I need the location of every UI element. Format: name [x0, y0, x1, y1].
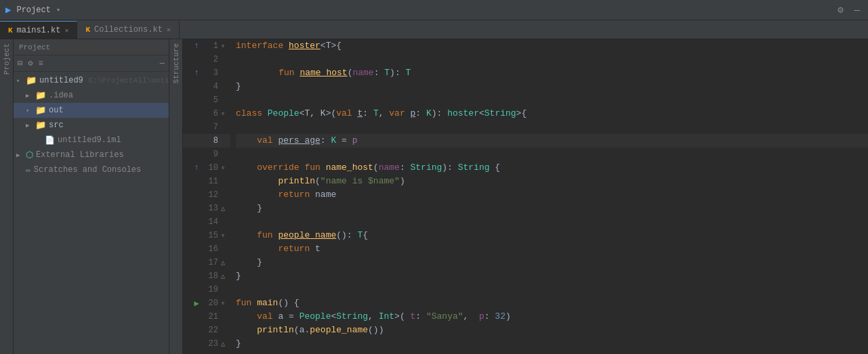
tree-item-src[interactable]: ▶ 📁 src — [14, 118, 169, 133]
code-line-8: val pers_age: K = p — [236, 134, 868, 148]
code-line-10: override fun name_host(name: String): St… — [236, 161, 868, 175]
tab-collections[interactable]: K Collections.kt ✕ — [77, 21, 179, 39]
code-line-16: return t — [236, 242, 868, 256]
src-folder-icon: 📁 — [35, 120, 46, 131]
gutter-line-14: 14 — [183, 215, 230, 229]
tab-label2: Collections.kt — [94, 25, 163, 35]
line-num-10: 10 — [202, 161, 218, 175]
tab-label: mains1.kt — [17, 26, 61, 35]
code-line-4: } — [236, 80, 868, 93]
structure-vertical-label: Structure — [171, 39, 182, 87]
line-num-23: 23 — [202, 337, 218, 351]
expand-arrow2-icon: ▾ — [26, 107, 33, 114]
code-line-12: return name — [236, 188, 868, 202]
config-icon[interactable]: ⚙ — [838, 4, 843, 16]
line-num-11: 11 — [202, 175, 218, 188]
impl-icon-1[interactable]: ↑ — [191, 41, 202, 51]
line-num-7: 7 — [202, 120, 218, 134]
gutter-line-15: 15 ▿ — [183, 229, 230, 242]
fold-15[interactable]: ▿ — [218, 231, 228, 240]
line-num-13: 13 — [202, 202, 218, 215]
extlibs-arrow-icon: ▶ — [16, 152, 23, 159]
code-line-9 — [236, 148, 868, 161]
settings-icon[interactable]: — — [854, 5, 860, 16]
gutter-line-1: ↑ 1 ▿ — [183, 39, 230, 53]
code-line-1: interface hoster<T>{ — [236, 39, 868, 53]
impl-icon-10[interactable]: ↑ — [191, 163, 202, 173]
fold-10[interactable]: ▿ — [218, 164, 228, 172]
project-title: Project — [16, 5, 50, 15]
gutter-line-22: 22 — [183, 324, 230, 337]
fold-1[interactable]: ▿ — [218, 42, 228, 50]
tree-item-untitled9[interactable]: ▾ 📁 untitled9 E:\ProjectAll\untitled9 — [14, 73, 169, 88]
gutter-line-18: 18 △ — [183, 269, 230, 283]
tab-close-icon2[interactable]: ✕ — [167, 26, 171, 34]
line-num-14: 14 — [202, 215, 218, 229]
gutter: ↑ 1 ▿ 2 ↑ 3 4 5 — [183, 39, 230, 354]
tree-item-out[interactable]: ▾ 📁 out — [14, 103, 169, 118]
gutter-line-2: 2 — [183, 53, 230, 66]
extlibs-icon: ⬡ — [26, 150, 33, 160]
code-line-13: } — [236, 202, 868, 215]
gutter-line-23: 23 △ — [183, 337, 230, 351]
fold-20[interactable]: ▿ — [218, 299, 228, 307]
tree-item-scratches[interactable]: ✏ Scratches and Consoles — [14, 162, 169, 177]
gutter-line-17: 17 △ — [183, 256, 230, 269]
code-line-20: fun main() { — [236, 296, 868, 310]
editor-area[interactable]: ↑ 1 ▿ 2 ↑ 3 4 5 — [183, 39, 868, 354]
tree-toolbar: ⊟ ⚙ ≡ — — [14, 56, 169, 72]
tree-item-extlibs[interactable]: ▶ ⬡ External Libraries — [14, 148, 169, 162]
code-content[interactable]: interface hoster<T>{ fun name_host(name:… — [230, 39, 868, 354]
project-dropdown-icon[interactable]: ▾ — [56, 5, 61, 14]
project-side-tab[interactable]: Project — [0, 39, 14, 354]
gutter-line-21: 21 — [183, 310, 230, 324]
minimize-icon[interactable]: — — [159, 58, 166, 70]
structure-side-tab[interactable]: Structure — [169, 39, 183, 354]
gutter-line-12: 12 — [183, 188, 230, 202]
main-layout: Project Project ⊟ ⚙ ≡ — ▾ 📁 untitled9 E:… — [0, 39, 868, 354]
tabs-bar: K mains1.kt ✕ K Collections.kt ✕ — [0, 20, 868, 39]
code-line-17: } — [236, 256, 868, 269]
gutter-line-11: 11 — [183, 175, 230, 188]
tab-close-icon[interactable]: ✕ — [64, 26, 68, 35]
line-num-20: 20 — [202, 296, 218, 310]
tree-item-path: E:\ProjectAll\untitled9 — [89, 76, 169, 85]
tree-item-idea[interactable]: ▶ 📁 .idea — [14, 88, 169, 103]
tree-header: Project — [14, 39, 169, 56]
tree-item-iml[interactable]: 📄 untitled9.iml — [14, 133, 169, 148]
line-num-16: 16 — [202, 242, 218, 256]
collapse-icon[interactable]: ⊟ — [16, 57, 24, 70]
tree-item-label: External Libraries — [36, 150, 124, 160]
run-icon-20[interactable]: ▶ — [191, 298, 202, 309]
code-line-14 — [236, 215, 868, 229]
code-line-21: val a = People<String, Int>( t: "Sanya",… — [236, 310, 868, 324]
gutter-line-3: ↑ 3 — [183, 66, 230, 80]
fold-6[interactable]: ▿ — [218, 110, 228, 118]
tree-items: ▾ 📁 untitled9 E:\ProjectAll\untitled9 ▶ … — [14, 72, 169, 354]
settings-tree-icon[interactable]: ⚙ — [26, 57, 34, 70]
line-num-18: 18 — [202, 269, 218, 283]
app-icon: ▶ — [5, 4, 11, 16]
title-bar: ▶ Project ▾ ⚙ — — [0, 0, 868, 20]
tab-mains1[interactable]: K mains1.kt ✕ — [0, 21, 77, 39]
filter-icon[interactable]: ≡ — [37, 58, 44, 70]
gutter-line-13: 13 △ — [183, 202, 230, 215]
line-num-8: 8 — [202, 134, 218, 148]
code-line-15: fun people_name(): T{ — [236, 229, 868, 242]
fold-17[interactable]: △ — [218, 259, 228, 267]
line-num-6: 6 — [202, 107, 218, 120]
fold-23[interactable]: △ — [218, 340, 228, 348]
impl-icon-3[interactable]: ↑ — [191, 68, 202, 78]
out-folder-icon: 📁 — [35, 105, 46, 116]
gutter-line-5: 5 — [183, 93, 230, 107]
code-line-5 — [236, 93, 868, 107]
fold-13[interactable]: △ — [218, 204, 228, 213]
fold-18[interactable]: △ — [218, 272, 228, 280]
project-folder-icon: 📁 — [26, 75, 37, 86]
gutter-line-16: 16 — [183, 242, 230, 256]
line-num-15: 15 — [202, 229, 218, 242]
gutter-line-9: 9 — [183, 148, 230, 161]
code-line-2 — [236, 53, 868, 66]
line-num-5: 5 — [202, 93, 218, 107]
gutter-line-8: 8 — [183, 134, 230, 148]
